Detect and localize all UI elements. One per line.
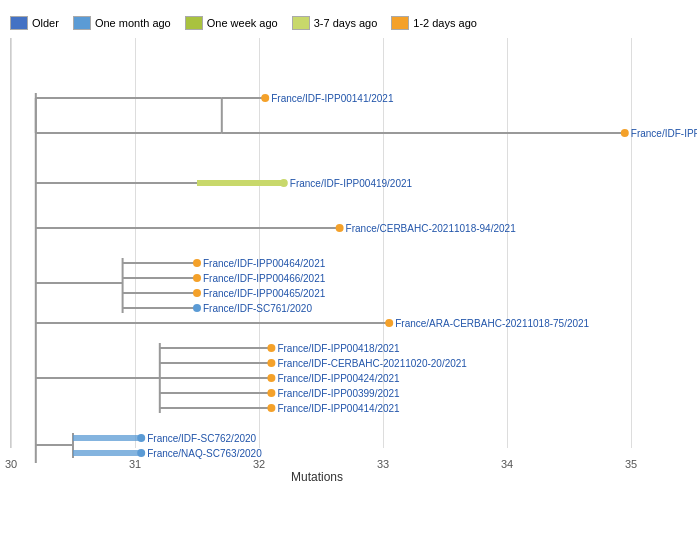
grid-line: [631, 38, 632, 448]
svg-point-63: [137, 449, 145, 457]
svg-point-42: [267, 359, 275, 367]
svg-text:France/IDF-IPP00399/2021: France/IDF-IPP00399/2021: [277, 388, 400, 399]
legend-item: One week ago: [185, 16, 278, 30]
svg-text:France/IDF-IPP00141/2021: France/IDF-IPP00141/2021: [271, 93, 394, 104]
x-tick-label: 35: [625, 458, 637, 470]
phylo-tree: France/IDF-IPP00141/2021France/IDF-IPP00…: [11, 38, 630, 448]
chart-area: 303132333435MutationsFrance/IDF-IPP00141…: [10, 38, 630, 448]
legend-item: One month ago: [73, 16, 171, 30]
legend-color-box: [10, 16, 28, 30]
svg-rect-13: [197, 180, 284, 186]
svg-text:France/IDF-SC761/2020: France/IDF-SC761/2020: [203, 303, 312, 314]
svg-text:France/IDF-IPP00424/2021: France/IDF-IPP00424/2021: [277, 373, 400, 384]
svg-text:France/CERBAHC-20211018-94/202: France/CERBAHC-20211018-94/2021: [346, 223, 517, 234]
svg-point-14: [280, 179, 288, 187]
svg-point-34: [385, 319, 393, 327]
legend-item: 3-7 days ago: [292, 16, 378, 30]
svg-text:France/IDF-IPP00418/2021: France/IDF-IPP00418/2021: [277, 343, 400, 354]
x-tick-label: 31: [129, 458, 141, 470]
legend-color-box: [73, 16, 91, 30]
svg-text:France/IDF-CERBAHC-20211020-20: France/IDF-CERBAHC-20211020-20/2021: [277, 358, 467, 369]
x-tick-label: 34: [501, 458, 513, 470]
svg-point-51: [267, 404, 275, 412]
legend-color-box: [292, 16, 310, 30]
svg-point-39: [267, 344, 275, 352]
legend-item: Older: [10, 16, 59, 30]
x-tick-label: 33: [377, 458, 389, 470]
svg-text:France/IDF-IPP00464/2021: France/IDF-IPP00464/2021: [203, 258, 326, 269]
legend-item: 1-2 days ago: [391, 16, 477, 30]
svg-point-45: [267, 374, 275, 382]
svg-text:France/IDF-IPP00414/2021: France/IDF-IPP00414/2021: [277, 403, 400, 414]
legend-color-box: [185, 16, 203, 30]
svg-text:France/IDF-IPP00465/2021: France/IDF-IPP00465/2021: [203, 288, 326, 299]
svg-text:France/NAQ-SC763/2020: France/NAQ-SC763/2020: [147, 448, 262, 459]
svg-point-22: [193, 259, 201, 267]
x-tick-label: 32: [253, 458, 265, 470]
svg-point-48: [267, 389, 275, 397]
legend-label: 1-2 days ago: [413, 17, 477, 29]
x-axis-label: Mutations: [291, 470, 343, 484]
legend-label: 3-7 days ago: [314, 17, 378, 29]
svg-point-8: [621, 129, 629, 137]
x-tick-label: 30: [5, 458, 17, 470]
svg-text:France/IDF-IPP00419/2021: France/IDF-IPP00419/2021: [290, 178, 413, 189]
svg-point-17: [336, 224, 344, 232]
legend-label: Older: [32, 17, 59, 29]
legend-color-box: [391, 16, 409, 30]
svg-text:France/IDF-SC762/2020: France/IDF-SC762/2020: [147, 433, 256, 444]
svg-text:France/IDF-IPP00466/2021: France/IDF-IPP00466/2021: [203, 273, 326, 284]
legend: OlderOne month agoOne week ago3-7 days a…: [10, 16, 687, 30]
legend-label: One week ago: [207, 17, 278, 29]
svg-point-28: [193, 289, 201, 297]
svg-point-61: [137, 434, 145, 442]
svg-point-3: [261, 94, 269, 102]
legend-label: One month ago: [95, 17, 171, 29]
svg-point-25: [193, 274, 201, 282]
svg-text:France/ARA-CERBAHC-20211018-75: France/ARA-CERBAHC-20211018-75/2021: [395, 318, 589, 329]
main-container: OlderOne month agoOne week ago3-7 days a…: [0, 0, 697, 546]
svg-text:France/IDF-IPP00402/2021: France/IDF-IPP00402/2021: [631, 128, 697, 139]
svg-point-31: [193, 304, 201, 312]
